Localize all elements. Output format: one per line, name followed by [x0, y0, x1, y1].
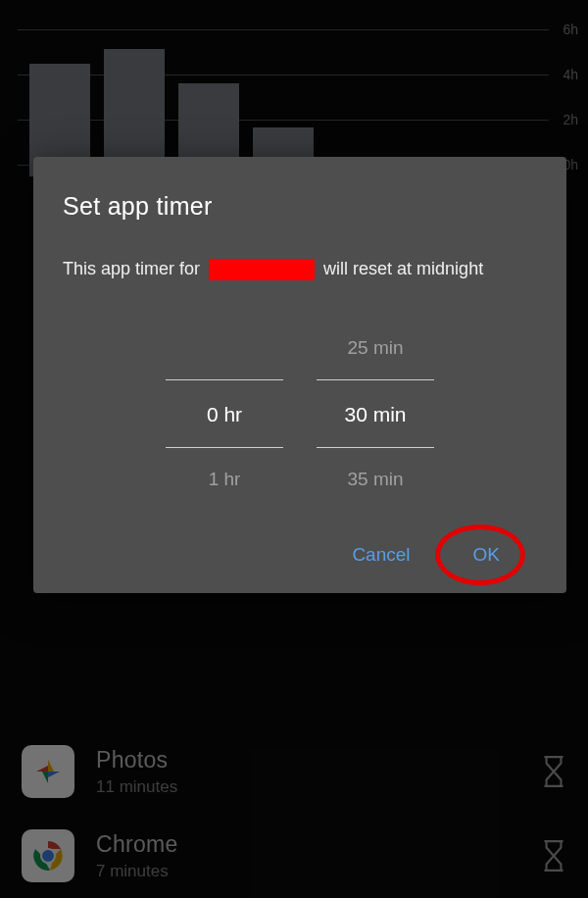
ok-button[interactable]: OK — [466, 538, 508, 572]
dialog-actions: Cancel OK — [63, 538, 537, 572]
time-picker[interactable]: 0 hr 1 hr 25 min 30 min 35 min — [63, 328, 537, 499]
dialog-description: This app timer for will reset at midnigh… — [63, 256, 537, 283]
hours-next[interactable]: 1 hr — [166, 460, 283, 499]
minutes-next[interactable]: 35 min — [317, 460, 434, 499]
dialog-desc-suffix: will reset at midnight — [323, 259, 483, 278]
hours-picker-column[interactable]: 0 hr 1 hr — [166, 328, 283, 499]
minutes-selected[interactable]: 30 min — [317, 379, 434, 448]
set-app-timer-dialog: Set app timer This app timer for will re… — [33, 157, 566, 593]
hours-selected[interactable]: 0 hr — [166, 379, 283, 448]
minutes-picker-column[interactable]: 25 min 30 min 35 min — [317, 328, 434, 499]
hours-prev[interactable] — [166, 328, 283, 368]
dialog-title: Set app timer — [63, 192, 537, 221]
cancel-button[interactable]: Cancel — [344, 538, 417, 572]
redacted-app-name — [209, 259, 315, 280]
dialog-desc-prefix: This app timer for — [63, 259, 200, 278]
minutes-prev[interactable]: 25 min — [317, 328, 434, 368]
